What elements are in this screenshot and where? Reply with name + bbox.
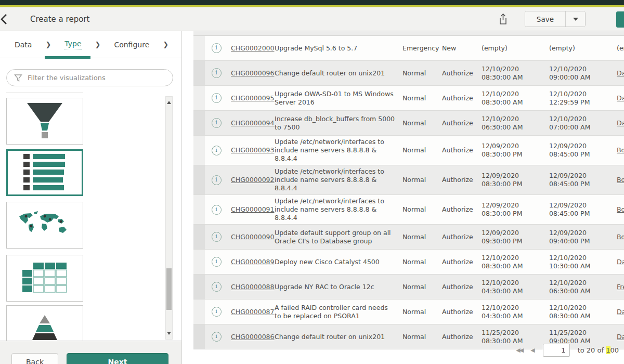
info-icon[interactable]: i — [212, 118, 222, 128]
table-row[interactable]: i CHG0000094 Increase db_block_buffers f… — [193, 111, 624, 136]
assigned-to-link[interactable]: Bow — [614, 203, 624, 216]
table-row[interactable]: i CHG0000090 Update default support grou… — [193, 225, 624, 250]
assigned-to-link[interactable]: Dav — [614, 117, 624, 129]
share-icon[interactable] — [498, 12, 509, 26]
assigned-to-link[interactable]: Dav — [614, 331, 624, 343]
table-row[interactable]: i CHG0000096 Change default router on un… — [193, 61, 624, 86]
table-row[interactable]: i CHG0000095 Upgrade OWA-SD-01 to MS Win… — [193, 86, 624, 111]
priority-cell: Normal — [399, 281, 439, 293]
table-row[interactable]: i CHG0000089 Deploy new Cisco Catalyst 4… — [193, 250, 624, 275]
row-gutter — [193, 324, 205, 349]
scroll-down-icon[interactable] — [167, 332, 171, 335]
info-icon[interactable]: i — [212, 146, 222, 155]
info-icon[interactable]: i — [212, 282, 222, 292]
short-description: Update /etc/network/interfaces to includ… — [271, 165, 399, 194]
viz-thumbnail-funnel[interactable] — [6, 98, 83, 145]
table-row[interactable]: i CHG0002000 Upgrade MySql 5.6 to 5.7 Em… — [193, 36, 624, 61]
pyramid-chart-icon — [24, 314, 66, 341]
end-date-cell: 12/10/2020 07:00:00 AM — [546, 113, 614, 134]
step-data[interactable]: Data — [15, 41, 32, 49]
step-configure[interactable]: Configure — [114, 41, 149, 49]
table-row[interactable]: i CHG0000088 Upgrade NY RAC to Oracle 12… — [193, 275, 624, 300]
table-row[interactable]: i CHG0000092 Update /etc/network/interfa… — [193, 165, 624, 195]
filter-visualizations-input[interactable] — [28, 74, 165, 82]
scrollbar-thumb[interactable] — [166, 268, 172, 310]
top-dark-bar — [0, 0, 624, 5]
short-description: Deploy new Cisco Catalyst 4500 — [271, 256, 399, 268]
start-date-cell: 12/10/2020 08:30:00 AM — [478, 252, 546, 272]
end-date-cell: 12/09/2020 08:45:00 PM — [546, 170, 614, 190]
info-icon[interactable]: i — [212, 307, 222, 317]
assigned-to-link[interactable]: Bow — [614, 144, 624, 157]
assigned-to-link[interactable]: Bow — [614, 231, 624, 243]
change-number-link[interactable]: CHG0000093 — [228, 144, 271, 157]
change-number-link[interactable]: CHG0000094 — [228, 117, 271, 129]
info-icon[interactable]: i — [212, 332, 222, 342]
table-row[interactable]: i CHG0000087 A failed RAID controller ca… — [193, 300, 624, 324]
save-dropdown-button[interactable] — [565, 11, 585, 27]
change-number-link[interactable]: CHG0000096 — [228, 67, 271, 80]
viz-list-scrollbar[interactable] — [165, 96, 173, 340]
state-cell: Authorize — [439, 203, 478, 216]
change-number-link[interactable]: CHG0000090 — [228, 231, 271, 243]
assigned-to-link[interactable]: Dav — [614, 67, 624, 80]
assigned-to-link[interactable]: Fre — [614, 281, 624, 293]
assigned-to-link[interactable]: Dav — [614, 306, 624, 318]
state-cell: Authorize — [439, 256, 478, 268]
assigned-to-link: (empty) — [614, 42, 624, 55]
change-number-link[interactable]: CHG0000092 — [228, 174, 271, 186]
info-icon[interactable]: i — [212, 43, 222, 53]
row-gutter — [193, 165, 205, 194]
bar-list-icon — [23, 154, 66, 191]
change-number-link[interactable]: CHG0000087 — [228, 306, 271, 318]
viz-thumbnail-pyramid[interactable] — [6, 305, 83, 341]
state-cell: Authorize — [439, 331, 478, 343]
first-page-icon[interactable]: ◀◀ — [516, 347, 523, 354]
assigned-to-link[interactable]: Dav — [614, 256, 624, 268]
assigned-to-link[interactable]: Bow — [614, 174, 624, 186]
end-date-cell: 12/10/2020 06:30:00 AM — [546, 277, 614, 297]
table-row[interactable]: i CHG0000093 Update /etc/network/interfa… — [193, 136, 624, 165]
step-type[interactable]: Type — [64, 40, 81, 49]
state-cell: Authorize — [439, 92, 478, 105]
priority-cell: Normal — [399, 256, 439, 268]
priority-cell: Normal — [399, 117, 439, 129]
row-gutter — [193, 61, 205, 85]
change-number-link[interactable]: CHG0000088 — [228, 281, 271, 293]
priority-cell: Normal — [399, 231, 439, 243]
change-number-link[interactable]: CHG0000089 — [228, 256, 271, 268]
previous-page-icon[interactable]: ◀ — [530, 347, 535, 354]
info-icon[interactable]: i — [212, 68, 222, 78]
info-icon[interactable]: i — [212, 175, 222, 185]
change-number-link[interactable]: CHG0000091 — [228, 203, 271, 216]
priority-cell: Normal — [399, 203, 439, 216]
end-date-cell: 12/09/2020 09:40:00 PM — [546, 227, 614, 248]
viz-thumbnail-bar-list[interactable] — [6, 149, 83, 196]
row-gutter — [193, 111, 205, 135]
assigned-to-link[interactable]: Dav — [614, 92, 624, 105]
viz-thumbnail-world-map[interactable] — [6, 202, 83, 249]
next-button[interactable]: Next — [67, 353, 168, 364]
scroll-up-icon[interactable] — [167, 101, 171, 104]
info-icon[interactable]: i — [212, 93, 222, 103]
change-number-link[interactable]: CHG0000086 — [228, 331, 271, 343]
clipped-teal-button[interactable] — [616, 11, 624, 28]
state-cell: Authorize — [439, 281, 478, 293]
back-chevron-icon[interactable] — [0, 14, 21, 25]
info-icon[interactable]: i — [212, 257, 222, 267]
info-icon[interactable]: i — [212, 232, 222, 242]
info-icon[interactable]: i — [212, 205, 222, 215]
table-row[interactable]: i CHG0000091 Update /etc/network/interfa… — [193, 195, 624, 225]
change-number-link[interactable]: CHG0000095 — [228, 92, 271, 105]
back-button[interactable]: Back — [11, 353, 58, 364]
page-number-input[interactable] — [543, 344, 570, 357]
save-button[interactable]: Save — [525, 11, 565, 27]
state-cell: Authorize — [439, 117, 478, 129]
viz-thumbnail-table[interactable] — [6, 255, 83, 302]
change-number-link[interactable]: CHG0002000 — [228, 42, 271, 55]
start-date-cell: 12/10/2020 06:30:00 AM — [478, 113, 546, 134]
end-date-cell: 12/10/2020 10:30:00 AM — [546, 252, 614, 272]
start-date-cell: (empty) — [478, 42, 546, 55]
save-split-button: Save — [525, 11, 586, 27]
state-cell: Authorize — [439, 231, 478, 243]
